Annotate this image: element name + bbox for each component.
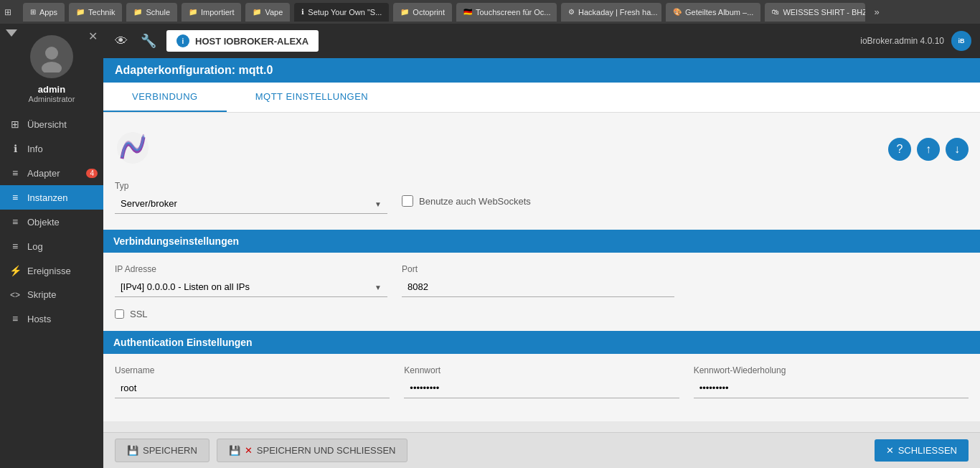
tab-mqtt-settings[interactable]: MQTT EINSTELLUNGEN — [227, 83, 397, 112]
adapter-logo-row: ? ↑ ↓ — [115, 124, 969, 174]
browser-tab-vape[interactable]: 📁 Vape — [245, 3, 290, 22]
close-button[interactable]: ✕ SCHLIESSEN — [875, 439, 969, 462]
save-icon: 💾 — [127, 445, 138, 456]
tabs-bar: VERBINDUNG MQTT EINSTELLUNGEN — [103, 83, 980, 113]
browser-tab-schule[interactable]: 📁 Schule — [126, 3, 177, 22]
port-label: Port — [402, 264, 674, 274]
sidebar-item-log[interactable]: ≡ Log — [0, 234, 103, 258]
sidebar-item-ereignisse[interactable]: ⚡ Ereignisse — [0, 258, 103, 283]
save-close-button[interactable]: 💾 ✕ SPEICHERN UND SCHLIESSEN — [217, 439, 408, 462]
browser-bar: ⊞ ⊞ Apps 📁 Technik 📁 Schule 📁 Importiert… — [0, 0, 980, 24]
ssl-label[interactable]: SSL — [130, 309, 148, 319]
sidebar-item-hosts[interactable]: ≡ Hosts — [0, 306, 103, 331]
section-verbindung: Verbindungseinstellungen — [103, 230, 980, 253]
tab-label-importiert: Importiert — [201, 8, 234, 17]
save-button[interactable]: 💾 SPEICHERN — [115, 439, 209, 462]
browser-tab-importiert[interactable]: 📁 Importiert — [182, 3, 241, 22]
tab-label-setup: Setup Your Own "S... — [308, 8, 382, 17]
more-tabs-button[interactable]: » — [870, 6, 883, 17]
version-label: ioBroker.admin 4.0.10 — [860, 36, 944, 46]
sidebar-label-skripte: Skripte — [27, 289, 56, 300]
host-button[interactable]: i HOST IOBROKER-ALEXA — [166, 30, 319, 52]
skripte-icon: <> — [9, 290, 22, 300]
username-input[interactable] — [115, 378, 390, 398]
avatar — [30, 35, 73, 78]
tab-label-album: Geteiltes Album –... — [685, 8, 753, 17]
adapter-logo — [115, 130, 151, 168]
sidebar-nav: ⊞ Übersicht ℹ Info ≡ Adapter 4 ≡ Instanz… — [0, 112, 103, 468]
sidebar-label-adapter: Adapter — [27, 168, 60, 179]
browser-tab-touchscreen[interactable]: 🇩🇪 Touchscreen für Oc... — [456, 3, 557, 22]
tab-favicon-technik: 📁 — [76, 8, 85, 16]
browser-tab-setup[interactable]: ℹ Setup Your Own "S... — [294, 3, 389, 22]
host-circle-icon: i — [176, 34, 189, 47]
ip-group: IP Adresse [IPv4] 0.0.0.0 - Listen on al… — [115, 264, 387, 297]
password-label: Kennwort — [404, 365, 679, 375]
save-label: SPEICHERN — [143, 445, 197, 456]
page-content: Adapterkonfiguration: mqtt.0 VERBINDUNG … — [103, 58, 980, 432]
download-button[interactable]: ↓ — [946, 138, 969, 161]
adapter-action-icons: ? ↑ ↓ — [888, 138, 969, 161]
save-close-icon: 💾 — [229, 445, 240, 456]
tab-verbindung[interactable]: VERBINDUNG — [103, 83, 227, 112]
save-close-label: SPEICHERN UND SCHLIESSEN — [257, 445, 396, 456]
wrench-icon[interactable]: 🔧 — [138, 30, 159, 52]
adapter-icon: ≡ — [9, 167, 22, 179]
upload-button[interactable]: ↑ — [917, 138, 940, 161]
browser-tab-album[interactable]: 🎨 Geteiltes Album –... — [666, 3, 760, 22]
ssl-row: SSL — [115, 309, 969, 319]
sidebar: ✕ admin Administrator ⊞ Übersicht ℹ Info… — [0, 24, 103, 468]
tab-favicon-schule: 📁 — [133, 8, 142, 16]
sidebar-item-objekte[interactable]: ≡ Objekte — [0, 210, 103, 234]
typ-select[interactable]: Server/broker Client/subscriber — [115, 194, 387, 214]
port-input[interactable] — [402, 277, 674, 297]
browser-tab-shirt[interactable]: 🛍 WEISSES SHIRT - BHZ — [765, 3, 865, 22]
websocket-checkbox[interactable] — [402, 195, 413, 207]
tab-label: Apps — [39, 8, 57, 17]
section-auth: Authentication Einstellungen — [103, 331, 980, 354]
tab-label-shirt: WEISSES SHIRT - BHZ — [783, 8, 865, 17]
hosts-icon: ≡ — [9, 313, 22, 324]
adapter-badge: 4 — [86, 169, 98, 178]
sidebar-label-info: Info — [27, 144, 43, 154]
instanzen-icon: ≡ — [9, 192, 22, 203]
page-title: Adapterkonfiguration: mqtt.0 — [103, 58, 980, 83]
browser-tab-technik[interactable]: 📁 Technik — [69, 3, 122, 22]
sidebar-item-adapter[interactable]: ≡ Adapter 4 — [0, 161, 103, 185]
sidebar-label-hosts: Hosts — [27, 314, 51, 324]
ip-label: IP Adresse — [115, 264, 387, 274]
password-confirm-label: Kennwort-Wiederholung — [694, 365, 969, 375]
sidebar-item-skripte[interactable]: <> Skripte — [0, 283, 103, 306]
top-bar: 👁 🔧 i HOST IOBROKER-ALEXA ioBroker.admin… — [103, 24, 980, 58]
ereignisse-icon: ⚡ — [9, 265, 22, 276]
eye-icon[interactable]: 👁 — [112, 31, 131, 52]
help-button[interactable]: ? — [888, 138, 911, 161]
password-confirm-input[interactable] — [694, 378, 969, 398]
uebersicht-icon: ⊞ — [9, 118, 22, 130]
tab-favicon-octoprint: 📁 — [400, 8, 409, 16]
close-icon: ✕ — [886, 445, 894, 456]
tab-favicon: ⊞ — [30, 8, 36, 16]
typ-row: Typ Server/broker Client/subscriber Benu… — [115, 181, 969, 218]
websocket-label[interactable]: Benutze auch WebSockets — [419, 196, 531, 207]
typ-label: Typ — [115, 181, 387, 191]
objekte-icon: ≡ — [9, 216, 22, 228]
username-group: Username — [115, 365, 390, 398]
sidebar-profile: ✕ admin Administrator — [0, 24, 103, 112]
sidebar-item-uebersicht[interactable]: ⊞ Übersicht — [0, 112, 103, 136]
auth-row: Username Kennwort Kennwort-Wiederholung — [115, 365, 969, 398]
sidebar-item-instanzen[interactable]: ≡ Instanzen — [0, 185, 103, 210]
sidebar-close-button[interactable]: ✕ — [88, 29, 98, 43]
browser-tab-apps[interactable]: ⊞ Apps — [23, 3, 65, 22]
browser-tab-octoprint[interactable]: 📁 Octoprint — [393, 3, 452, 22]
password-input[interactable] — [404, 378, 679, 398]
ip-select[interactable]: [IPv4] 0.0.0.0 - Listen on all IPs — [115, 277, 387, 297]
apps-grid-icon: ⊞ — [4, 7, 16, 17]
browser-grid-icon: ⊞ — [4, 7, 16, 17]
sidebar-item-info[interactable]: ℹ Info — [0, 136, 103, 161]
ssl-checkbox[interactable] — [115, 309, 124, 319]
browser-tab-hackaday[interactable]: ⚙ Hackaday | Fresh ha... — [561, 3, 661, 22]
sidebar-label-objekte: Objekte — [27, 217, 60, 228]
tab-favicon-setup: ℹ — [301, 8, 304, 16]
svg-point-0 — [45, 47, 58, 60]
